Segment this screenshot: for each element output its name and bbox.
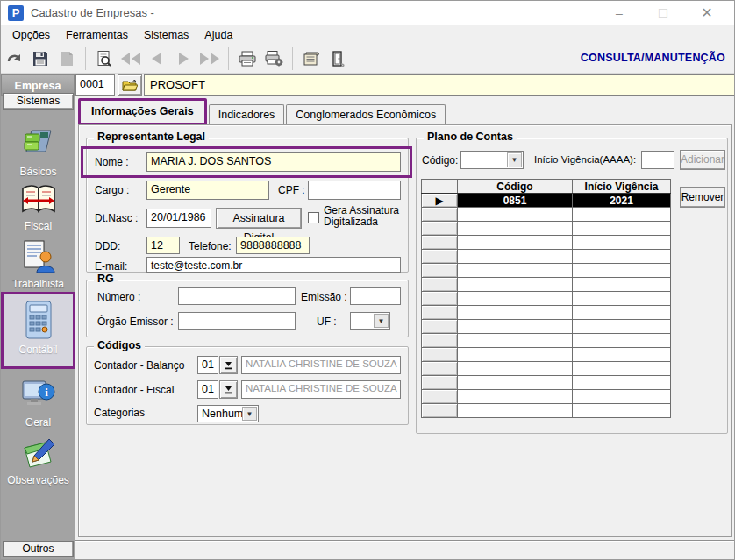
print-setup-button[interactable] [260,46,287,71]
table-row-empty[interactable] [422,334,671,348]
cell-codigo[interactable] [458,208,573,222]
cell-codigo[interactable] [458,404,573,418]
table-row-empty[interactable] [422,362,671,376]
remover-button[interactable]: Remover [680,187,725,208]
undo-button[interactable] [1,46,27,71]
report-button[interactable] [298,46,325,71]
table-row-empty[interactable] [422,236,671,250]
cell-codigo[interactable] [458,292,573,306]
cell-inicio[interactable] [573,222,671,236]
assinatura-digital-button[interactable]: Assinatura Digital [216,208,302,229]
exit-button[interactable] [325,46,351,71]
row-selector-cell[interactable] [422,278,458,292]
menu-sistemas[interactable]: Sistemas [136,27,196,43]
chevron-down-icon[interactable]: ▼ [374,314,389,328]
cell-codigo[interactable] [458,390,573,404]
row-selector-cell[interactable] [422,390,458,404]
cell-inicio[interactable] [573,208,671,222]
gera-assinatura-checkbox[interactable] [308,212,319,223]
cell-codigo[interactable] [458,362,573,376]
table-row-empty[interactable] [422,390,671,404]
empresa-code-input[interactable]: 0001 [75,74,115,96]
row-selector-cell[interactable] [422,236,458,250]
sidebar-sistemas-button[interactable]: Sistemas [3,93,74,110]
cell-codigo[interactable] [458,348,573,362]
cell-inicio[interactable] [573,250,671,264]
cell-inicio[interactable] [573,236,671,250]
tab-informacoes-gerais[interactable]: Informações Gerais [78,98,207,125]
cell-codigo[interactable]: 0851 [458,194,573,208]
table-row-empty[interactable] [422,292,671,306]
cell-codigo[interactable] [458,236,573,250]
minimize-button[interactable]: – [599,1,639,25]
row-selector-cell[interactable] [422,222,458,236]
contador-fiscal-lookup-button[interactable] [219,380,238,399]
delete-button[interactable] [54,46,80,71]
ddd-field[interactable]: 12 [146,237,180,254]
cell-inicio[interactable] [573,292,671,306]
table-row-empty[interactable] [422,278,671,292]
plano-inicio-field[interactable] [641,151,674,169]
sidebar-item-fiscal[interactable]: Fiscal [1,183,75,232]
cell-inicio[interactable] [573,278,671,292]
row-selector-cell[interactable] [422,362,458,376]
cell-inicio[interactable] [573,306,671,320]
cell-codigo[interactable] [458,334,573,348]
cell-inicio[interactable] [573,320,671,334]
contador-balanco-lookup-button[interactable] [219,356,238,374]
table-row-empty[interactable] [422,376,671,390]
cell-codigo[interactable] [458,250,573,264]
cell-inicio[interactable]: 2021 [573,194,671,208]
email-field[interactable]: teste@teste.com.br [146,257,401,273]
contador-balanco-code-field[interactable]: 01 [197,356,218,374]
telefone-field[interactable]: 9888888888 [236,237,310,254]
chevron-down-icon[interactable]: ▼ [242,407,257,421]
table-row-empty[interactable] [422,250,671,264]
cell-inicio[interactable] [573,334,671,348]
cell-codigo[interactable] [458,264,573,278]
menu-ferramentas[interactable]: Ferramentas [58,27,136,43]
last-record-button[interactable] [196,46,223,71]
close-button[interactable]: ✕ [687,1,727,25]
cell-codigo[interactable] [458,306,573,320]
row-selector-cell[interactable] [422,376,458,390]
table-row-empty[interactable] [422,404,671,418]
table-row-empty[interactable] [422,320,671,334]
rg-orgao-field[interactable] [178,312,296,330]
categorias-combo[interactable]: Nenhum ▼ [197,405,259,422]
maximize-button[interactable]: ☐ [643,1,683,25]
sidebar-item-contabil[interactable]: Contábil [1,292,75,369]
sidebar-item-trabalhista[interactable]: Trabalhista [1,237,75,290]
row-selector-cell[interactable] [422,292,458,306]
cargo-field[interactable]: Gerente [146,181,269,200]
sidebar-outros-button[interactable]: Outros [3,541,74,557]
contador-fiscal-code-field[interactable]: 01 [197,380,218,399]
adicionar-button[interactable]: Adicionar [680,150,725,170]
table-row-selected[interactable]: ▶ 0851 2021 [422,194,671,208]
row-selector-cell[interactable] [422,404,458,418]
rg-uf-combo[interactable]: ▼ [350,312,390,330]
rg-numero-field[interactable] [178,287,296,305]
cell-inicio[interactable] [573,376,671,390]
cell-codigo[interactable] [458,222,573,236]
row-selector-cell[interactable] [422,208,458,222]
table-row-empty[interactable] [422,264,671,278]
dtnasc-field[interactable]: 20/01/1986 [146,209,211,228]
print-button[interactable] [234,46,260,71]
sidebar-item-basicos[interactable]: Básicos [1,125,75,178]
sidebar-item-geral[interactable]: i Geral [1,378,75,429]
cell-codigo[interactable] [458,320,573,334]
tab-indicadores[interactable]: Indicadores [209,104,285,125]
menu-opcoes[interactable]: Opções [4,27,58,43]
previous-record-button[interactable] [144,46,170,71]
empresa-lookup-button[interactable] [118,74,142,96]
chevron-down-icon[interactable]: ▼ [507,152,522,167]
save-button[interactable] [27,46,54,71]
plano-codigo-combo[interactable]: ▼ [460,151,524,169]
cell-inicio[interactable] [573,348,671,362]
menu-ajuda[interactable]: Ajuda [196,27,240,43]
cell-codigo[interactable] [458,376,573,390]
row-selector-cell[interactable] [422,250,458,264]
cpf-field[interactable] [308,181,401,200]
cell-inicio[interactable] [573,264,671,278]
